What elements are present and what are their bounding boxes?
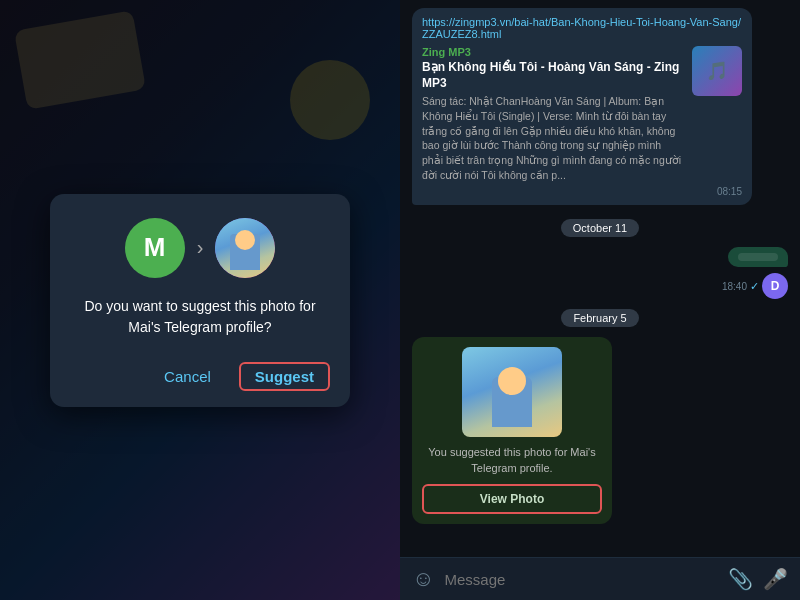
view-photo-button[interactable]: View Photo [422,484,602,514]
photo-suggestion-message: You suggested this photo for Mai's Teleg… [412,337,612,524]
preview-text-area: Zing MP3 Bạn Không Hiểu Tôi - Hoàng Văn … [422,46,684,182]
left-panel: M › Do you want to suggest this photo fo… [0,0,400,600]
arrow-icon: › [197,236,204,259]
d-message-time: 18:40 ✓ D [722,273,788,299]
message-time: 08:15 [422,186,742,197]
message-input[interactable] [444,571,718,588]
read-checkmark: ✓ [750,280,759,293]
d-message-bubble [728,247,788,267]
cancel-button[interactable]: Cancel [156,362,219,391]
suggestion-text: You suggested this photo for Mai's Teleg… [422,445,602,476]
preview-source: Zing MP3 [422,46,684,58]
attach-button[interactable]: 📎 [728,567,753,591]
target-user-avatar [215,218,275,278]
right-panel: https://zingmp3.vn/bai-hat/Ban-Khong-Hie… [400,0,800,600]
suggestion-photo-preview [462,347,562,437]
d-avatar: D [762,273,788,299]
current-user-avatar: M [125,218,185,278]
date-divider-february: February 5 [561,309,638,327]
preview-card: Zing MP3 Bạn Không Hiểu Tôi - Hoàng Văn … [422,46,742,182]
preview-title: Bạn Không Hiểu Tôi - Hoàng Văn Sáng - Zi… [422,60,684,91]
dialog-avatars: M › [70,218,330,278]
chat-messages: https://zingmp3.vn/bai-hat/Ban-Khong-Hie… [400,0,800,557]
dialog-message-text: Do you want to suggest this photo for Ma… [70,296,330,338]
emoji-button[interactable]: ☺ [412,566,434,592]
link-preview-message: https://zingmp3.vn/bai-hat/Ban-Khong-Hie… [412,8,752,205]
d-message-container: 18:40 ✓ D [722,247,788,299]
mic-button[interactable]: 🎤 [763,567,788,591]
preview-description: Sáng tác: Nhật ChanHoàng Văn Sáng | Albu… [422,94,684,182]
suggest-button[interactable]: Suggest [239,362,330,391]
chat-input-bar: ☺ 📎 🎤 [400,557,800,600]
avatar-photo-inner [215,218,275,278]
message-link[interactable]: https://zingmp3.vn/bai-hat/Ban-Khong-Hie… [422,16,742,40]
dialog-buttons: Cancel Suggest [70,358,330,391]
dialog-overlay: M › Do you want to suggest this photo fo… [0,0,400,600]
date-divider-october: October 11 [561,219,639,237]
preview-thumbnail: 🎵 [692,46,742,96]
d-message-content [738,253,778,261]
suggest-photo-dialog: M › Do you want to suggest this photo fo… [50,194,350,407]
